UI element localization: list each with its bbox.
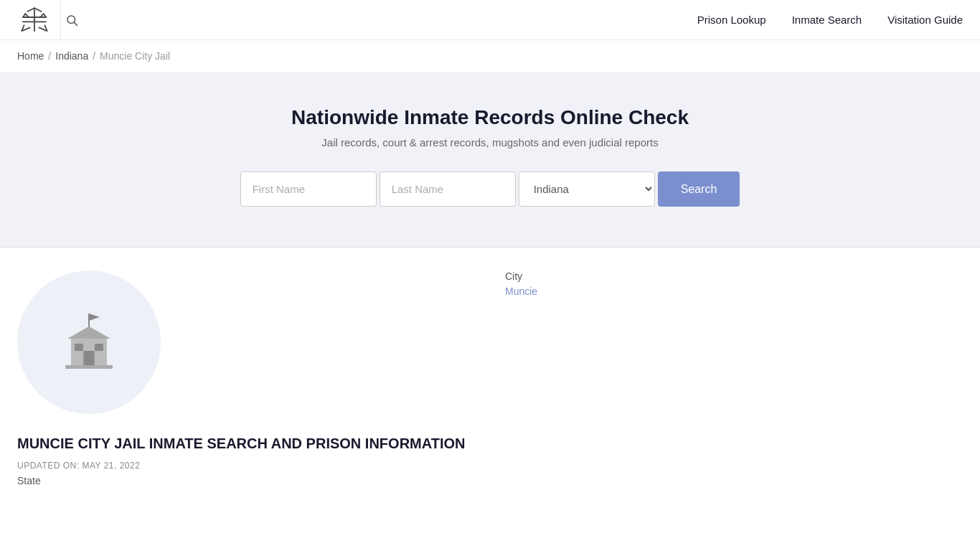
breadcrumb-home[interactable]: Home [17,50,44,62]
svg-marker-7 [67,326,110,339]
last-name-input[interactable] [380,171,516,207]
hero-subtitle: Jail records, court & arrest records, mu… [17,136,963,149]
nav-prison-lookup[interactable]: Prison Lookup [697,14,766,26]
header: Prison Lookup Inmate Search Visitation G… [0,0,980,40]
breadcrumb: Home / Indiana / Muncie City Jail [0,40,980,72]
hero-title: Nationwide Inmate Records Online Check [17,106,963,129]
search-form: Indiana Alabama Alaska Arizona Arkansas … [17,171,963,207]
breadcrumb-current: Muncie City Jail [100,50,170,62]
hero-section: Nationwide Inmate Records Online Check J… [0,72,980,247]
svg-marker-6 [89,314,100,321]
breadcrumb-state[interactable]: Indiana [55,50,88,62]
logo [17,6,52,34]
city-value-link[interactable]: Muncie [505,286,537,297]
breadcrumb-separator-1: / [48,50,51,62]
state-label-text: State [17,475,476,486]
jail-building-icon [50,306,128,378]
updated-date: UPDATED ON: MAY 21, 2022 [17,461,476,471]
jail-title: MUNCIE CITY JAIL INMATE SEARCH AND PRISO… [17,434,476,453]
svg-rect-12 [65,365,113,369]
content-right: City Muncie [505,270,706,486]
svg-rect-10 [75,344,83,351]
header-left [17,0,83,40]
search-button[interactable]: Search [658,171,740,207]
state-select[interactable]: Indiana Alabama Alaska Arizona Arkansas … [519,171,655,207]
svg-line-4 [74,22,77,25]
content-left: MUNCIE CITY JAIL INMATE SEARCH AND PRISO… [17,270,476,486]
city-label: City [505,270,706,282]
first-name-input[interactable] [240,171,377,207]
svg-rect-11 [95,344,103,351]
main-nav: Prison Lookup Inmate Search Visitation G… [697,14,963,26]
svg-rect-9 [83,351,95,366]
breadcrumb-separator-2: / [93,50,95,62]
content-area: MUNCIE CITY JAIL INMATE SEARCH AND PRISO… [0,248,980,509]
nav-inmate-search[interactable]: Inmate Search [792,14,862,26]
search-icon [65,14,78,27]
header-search-button[interactable] [60,0,83,40]
jail-icon-circle [17,270,161,414]
logo-icon [17,6,52,34]
nav-visitation-guide[interactable]: Visitation Guide [887,14,963,26]
